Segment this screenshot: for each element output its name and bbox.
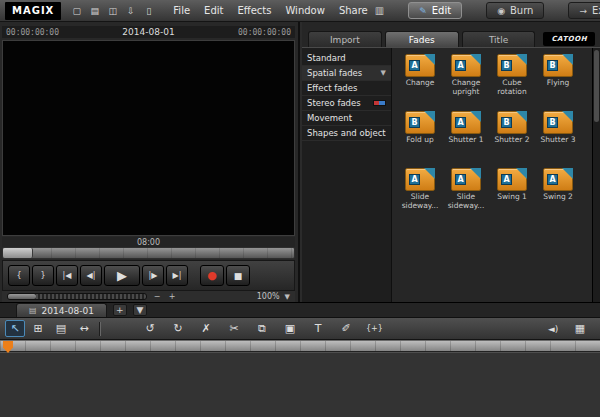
burn-mode-icon: ◉ bbox=[497, 6, 505, 16]
record-button[interactable]: ● bbox=[200, 265, 224, 286]
zoom-slider[interactable] bbox=[7, 293, 147, 300]
menu-edit[interactable]: Edit bbox=[197, 3, 230, 18]
fade-item-flying[interactable]: BFlying bbox=[536, 54, 580, 106]
fade-letter: A bbox=[501, 174, 512, 185]
category-standard[interactable]: Standard bbox=[302, 51, 391, 66]
mute-button[interactable]: ◄) bbox=[543, 320, 563, 337]
category-stereo-fades[interactable]: Stereo fades bbox=[302, 96, 391, 111]
menu-effects[interactable]: Effects bbox=[230, 3, 278, 18]
fade-item-swing-1[interactable]: ASwing 1 bbox=[490, 168, 534, 220]
prev-frame-button[interactable]: ◀| bbox=[80, 265, 102, 286]
playhead-marker[interactable] bbox=[3, 341, 13, 353]
timeline-toolbar: ↖⊞▤↔ ↺↻✗✂⧉▣T✐{+} ◄)▦ bbox=[0, 318, 600, 340]
fade-label: Flying bbox=[547, 79, 569, 88]
stop-button[interactable]: ■ bbox=[226, 265, 250, 286]
snap-button[interactable]: {+} bbox=[364, 320, 385, 337]
category-effect-fades[interactable]: Effect fades bbox=[302, 81, 391, 96]
tab-title[interactable]: Title bbox=[462, 31, 536, 48]
range-end-button[interactable]: } bbox=[32, 265, 54, 286]
fade-item-swing-2[interactable]: ASwing 2 bbox=[536, 168, 580, 220]
fade-item-slide-sideway[interactable]: ASlide sideway... bbox=[398, 168, 442, 220]
zoom-dropdown-icon[interactable]: ▼ bbox=[285, 293, 290, 301]
category-label: Shapes and objects bbox=[307, 128, 386, 138]
open-project-icon[interactable]: ▤ bbox=[87, 3, 102, 18]
jump-start-button[interactable]: |◀ bbox=[56, 265, 78, 286]
fade-label: Shutter 3 bbox=[540, 136, 575, 145]
jump-end-button[interactable]: ▶| bbox=[166, 265, 188, 286]
fade-item-fold-up[interactable]: BFold up bbox=[398, 111, 442, 163]
mouse-mode-button[interactable]: ↖ bbox=[5, 320, 25, 337]
range-start-button[interactable]: { bbox=[8, 265, 30, 286]
undo-button[interactable]: ↺ bbox=[140, 320, 160, 337]
fade-thumbnail: A bbox=[405, 54, 435, 77]
fade-item-shutter-2[interactable]: BShutter 2 bbox=[490, 111, 534, 163]
text-button[interactable]: T bbox=[308, 320, 328, 337]
fade-thumbnail: A bbox=[451, 168, 481, 191]
category-spatial-fades[interactable]: Spatial fades▼ bbox=[302, 66, 391, 81]
zoom-slider-handle[interactable] bbox=[8, 294, 36, 299]
copy-button[interactable]: ⧉ bbox=[252, 320, 272, 337]
object-mode-button[interactable]: ⊞ bbox=[28, 320, 48, 337]
scrubber-handle[interactable] bbox=[3, 248, 33, 258]
monitor-icon[interactable]: ▥ bbox=[375, 5, 384, 16]
add-movie-button[interactable]: + bbox=[113, 304, 127, 316]
paste-button[interactable]: ▣ bbox=[280, 320, 300, 337]
preview-scrubber[interactable] bbox=[2, 247, 295, 259]
menu-window[interactable]: Window bbox=[278, 3, 331, 18]
fade-item-shutter-3[interactable]: BShutter 3 bbox=[536, 111, 580, 163]
fade-corner-shape bbox=[516, 54, 527, 65]
zoom-level[interactable]: 100% bbox=[257, 292, 280, 301]
device-capture-icon[interactable]: ▯ bbox=[141, 3, 156, 18]
fade-thumbnail: B bbox=[543, 54, 573, 77]
movie-menu-button[interactable]: ▼ bbox=[133, 304, 147, 316]
tab-fades[interactable]: Fades bbox=[385, 31, 459, 48]
magix-logo: MAGIX bbox=[5, 2, 61, 20]
mode-export-button[interactable]: →Export bbox=[568, 2, 600, 19]
movie-tab-label: 2014-08-01 bbox=[42, 306, 94, 316]
movie-tab[interactable]: ▤ 2014-08-01 bbox=[16, 303, 107, 317]
category-label: Spatial fades bbox=[307, 68, 379, 78]
category-label: Movement bbox=[307, 113, 386, 123]
transport-controls: {}|◀◀|▶|▶▶|●■ bbox=[2, 260, 295, 291]
category-movement[interactable]: Movement bbox=[302, 111, 391, 126]
fade-thumbnail: B bbox=[405, 111, 435, 134]
fade-thumbnail: B bbox=[543, 111, 573, 134]
menu-bar: MAGIX ▢▤◫⇩▯ FileEditEffectsWindowShare ▥… bbox=[0, 0, 600, 22]
mode-label: Edit bbox=[432, 5, 451, 16]
media-pool-scrollbar[interactable] bbox=[592, 48, 600, 302]
save-project-icon[interactable]: ◫ bbox=[105, 3, 120, 18]
category-shapes-and-objects[interactable]: Shapes and objects bbox=[302, 126, 391, 141]
range-mode-button[interactable]: ↔ bbox=[74, 320, 94, 337]
quick-toolbar: ▢▤◫⇩▯ bbox=[69, 3, 156, 18]
new-project-icon[interactable]: ▢ bbox=[69, 3, 84, 18]
menu-file[interactable]: File bbox=[166, 3, 197, 18]
play-button[interactable]: ▶ bbox=[104, 265, 140, 286]
redo-button[interactable]: ↻ bbox=[168, 320, 188, 337]
import-media-icon[interactable]: ⇩ bbox=[123, 3, 138, 18]
cut-button[interactable]: ✂ bbox=[224, 320, 244, 337]
fade-item-slide-sideway[interactable]: ASlide sideway... bbox=[444, 168, 488, 220]
next-frame-button[interactable]: |▶ bbox=[142, 265, 164, 286]
grid-button[interactable]: ▦ bbox=[570, 320, 590, 337]
timeline-ruler[interactable] bbox=[0, 340, 600, 352]
preview-panel: 00:00:00:00 2014-08-01 00:00:00:00 08:00… bbox=[0, 22, 300, 302]
fade-letter: A bbox=[547, 174, 558, 185]
mode-edit-button[interactable]: ✎Edit bbox=[408, 2, 462, 19]
fade-label: Shutter 1 bbox=[448, 136, 483, 145]
fade-label: Change bbox=[406, 79, 435, 88]
delete-button[interactable]: ✗ bbox=[196, 320, 216, 337]
attach-button[interactable]: ✐ bbox=[336, 320, 356, 337]
zoom-in-button[interactable]: + bbox=[167, 292, 177, 301]
fade-item-change[interactable]: AChange bbox=[398, 54, 442, 106]
fade-item-cube-rotation[interactable]: BCube rotation bbox=[490, 54, 534, 106]
catooh-button[interactable]: CATOOH bbox=[543, 32, 595, 46]
tab-import[interactable]: Import bbox=[308, 31, 382, 48]
menu-share[interactable]: Share bbox=[332, 3, 375, 18]
timeline-view-button[interactable]: ▤ bbox=[51, 320, 71, 337]
track-area[interactable] bbox=[0, 352, 600, 417]
mode-burn-button[interactable]: ◉Burn bbox=[486, 2, 544, 19]
scrollbar-thumb[interactable] bbox=[594, 50, 599, 122]
fade-item-shutter-1[interactable]: AShutter 1 bbox=[444, 111, 488, 163]
fade-item-change-upright[interactable]: AChange upright bbox=[444, 54, 488, 106]
zoom-out-button[interactable]: − bbox=[152, 292, 162, 301]
